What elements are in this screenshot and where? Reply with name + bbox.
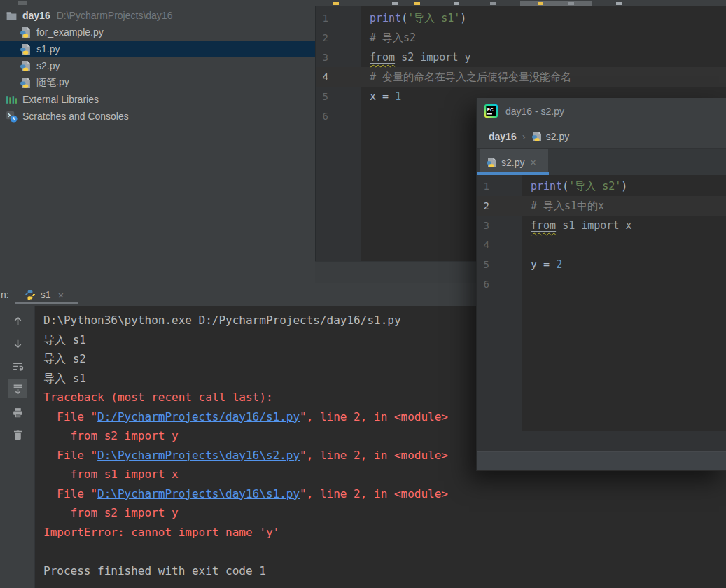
- line-number-gutter: 123456: [477, 175, 522, 431]
- tab-icon-fragment: [454, 2, 459, 5]
- tree-item-suibi-py[interactable]: 随笔.py: [0, 74, 315, 91]
- tab-icon-fragment: [616, 2, 622, 5]
- tree-item-label: Scratches and Consoles: [22, 111, 129, 122]
- project-tree: day16D:\PycharmProjects\day16for_example…: [0, 7, 315, 125]
- pyfile-icon: [20, 77, 32, 89]
- window-statusbar: [477, 451, 726, 470]
- scroll-to-end-icon[interactable]: [8, 379, 27, 398]
- project-path: D:\PycharmProjects\day16: [57, 10, 173, 21]
- chevron-right-icon: ›: [522, 130, 526, 142]
- scratches-icon: [6, 111, 18, 122]
- tree-item-label: for_example.py: [36, 27, 104, 38]
- clear-all-icon[interactable]: [8, 425, 27, 444]
- print-icon[interactable]: [8, 402, 27, 422]
- active-tab-fragment: [520, 1, 592, 6]
- stack-trace-link[interactable]: D:/PycharmProjects/day16/s1.py: [97, 410, 300, 424]
- line-number: 4: [477, 235, 522, 255]
- breadcrumb: day16 › s2.py: [477, 124, 726, 149]
- run-tab-s1[interactable]: s1: [41, 289, 51, 300]
- tree-item-for-example-py[interactable]: for_example.py: [0, 24, 315, 41]
- python-logo-icon: [25, 289, 36, 300]
- line-number: 3: [477, 216, 522, 235]
- line-number: 6: [477, 274, 522, 294]
- line-number: 3: [316, 48, 361, 67]
- line-number: 5: [316, 87, 361, 106]
- tree-item-external-libraries[interactable]: External Libraries: [0, 91, 315, 108]
- project-tree-panel: day16D:\PycharmProjects\day16for_example…: [0, 6, 315, 284]
- console-toolbar: [0, 306, 35, 588]
- console-line: from s2 import y: [43, 503, 726, 523]
- down-arrow-icon[interactable]: [8, 334, 27, 354]
- tab-icon-fragment: [490, 2, 496, 5]
- pyfile-icon: [20, 27, 32, 38]
- tab-icon-fragment: [568, 2, 574, 5]
- unresolved-import-keyword: from: [370, 51, 395, 64]
- soft-wrap-icon[interactable]: [8, 356, 27, 376]
- tree-item-label: s2.py: [36, 60, 60, 71]
- tab-s2-py[interactable]: s2.py ×: [480, 149, 548, 175]
- tab-icon-fragment: [414, 2, 420, 5]
- code-line[interactable]: [522, 274, 726, 294]
- tree-item-label: day16: [22, 10, 50, 21]
- unresolved-import-keyword: from: [531, 219, 556, 232]
- tree-item-s1-py[interactable]: s1.py: [0, 41, 315, 57]
- line-number: 1: [316, 8, 361, 28]
- code-line[interactable]: from s2 import y: [361, 48, 726, 67]
- tree-item-label: External Libraries: [22, 94, 99, 105]
- tree-item-scratches-consoles[interactable]: Scratches and Consoles: [0, 108, 315, 125]
- line-number: 2: [316, 28, 361, 48]
- tab-icon-fragment: [18, 1, 27, 5]
- pyfile-icon: [20, 43, 32, 55]
- run-tab-underline: [15, 302, 78, 304]
- tree-item-s2-py[interactable]: s2.py: [0, 57, 315, 74]
- code-area[interactable]: print('导入 s2')# 导入s1中的xfrom s1 import xy…: [522, 175, 726, 431]
- tree-item-label: 随笔.py: [36, 76, 69, 89]
- code-line[interactable]: y = 2: [522, 255, 726, 274]
- active-tab-underline: [477, 172, 549, 175]
- code-line[interactable]: print('导入 s2'): [522, 176, 726, 196]
- console-line: ImportError: cannot import name 'y': [43, 523, 726, 542]
- code-line[interactable]: # 导入s1中的x: [522, 196, 726, 216]
- line-number: 4: [316, 67, 361, 87]
- code-line[interactable]: # 变量的命名在导入之后使得变量没能命名: [361, 67, 726, 87]
- line-number-gutter: 123456: [316, 6, 361, 261]
- editor-tab-strip[interactable]: [0, 0, 726, 6]
- window-titlebar[interactable]: day16 - s2.py: [477, 98, 726, 124]
- breadcrumb-project[interactable]: day16: [489, 131, 517, 142]
- up-arrow-icon[interactable]: [8, 311, 27, 330]
- pyfile-icon: [20, 60, 32, 72]
- console-line: File "D:\PycharmProjects\day16\s1.py", l…: [43, 484, 726, 504]
- stack-trace-link[interactable]: D:\PycharmProjects\day16\s2.py: [97, 449, 300, 462]
- code-line[interactable]: [522, 235, 726, 255]
- line-number: 6: [316, 106, 361, 126]
- console-line: [43, 542, 726, 561]
- line-number: 5: [477, 255, 522, 274]
- tab-icon-fragment: [392, 2, 398, 5]
- window-bottom-strip: [477, 431, 726, 451]
- run-label-cutoff: n:: [1, 289, 9, 300]
- s2-editor[interactable]: 123456 print('导入 s2')# 导入s1中的xfrom s1 im…: [477, 175, 726, 431]
- tree-item-label: s1.py: [36, 43, 60, 55]
- code-line[interactable]: print('导入 s1'): [361, 8, 726, 28]
- window-title: day16 - s2.py: [505, 106, 564, 117]
- tab-icon-fragment: [333, 2, 339, 5]
- breadcrumb-file[interactable]: s2.py: [546, 131, 569, 142]
- editor-tabbar: s2.py ×: [477, 149, 726, 175]
- tree-item-day16[interactable]: day16D:\PycharmProjects\day16: [0, 7, 315, 24]
- extlibs-icon: [6, 94, 18, 106]
- console-line: Process finished with exit code 1: [43, 561, 726, 581]
- line-number: 2: [477, 196, 522, 216]
- python-file-icon: [486, 157, 497, 168]
- python-file-icon: [531, 131, 543, 142]
- stack-trace-link[interactable]: D:\PycharmProjects\day16\s1.py: [97, 487, 300, 500]
- pycharm-logo-icon: [484, 104, 498, 118]
- code-line[interactable]: # 导入s2: [361, 28, 726, 48]
- close-icon[interactable]: ×: [57, 290, 64, 300]
- tab-icon-fragment: [538, 2, 543, 5]
- s2-editor-window[interactable]: day16 - s2.py day16 › s2.py s2.py × 1234…: [476, 98, 726, 471]
- folder-icon: [6, 10, 18, 22]
- pycharm-window: day16D:\PycharmProjects\day16for_example…: [0, 0, 726, 588]
- close-icon[interactable]: ×: [530, 157, 536, 168]
- line-number: 1: [477, 176, 522, 196]
- code-line[interactable]: from s1 import x: [522, 216, 726, 235]
